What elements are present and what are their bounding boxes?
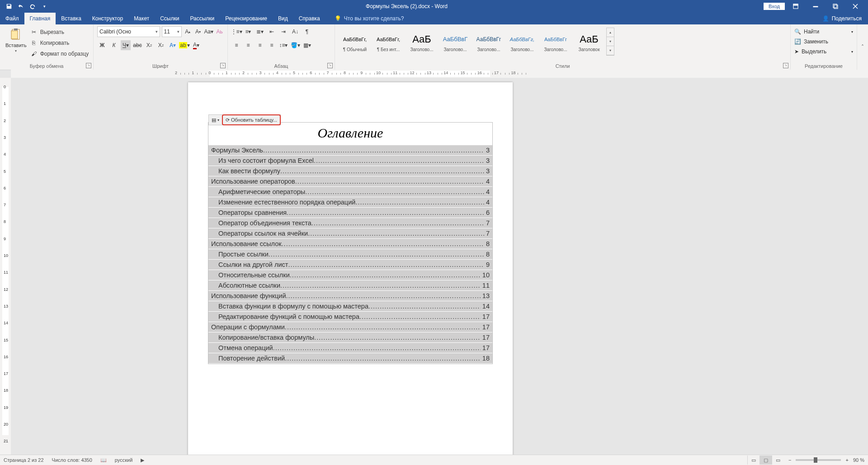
minimize-icon[interactable] [807, 0, 825, 13]
strikethrough-icon[interactable]: abc [132, 40, 142, 50]
style-item[interactable]: АаБбВвГг,Заголово... [506, 27, 538, 57]
collapse-ribbon-icon[interactable]: ˄ [857, 24, 868, 70]
toc-entry[interactable]: Оператор объединения текста.............… [208, 218, 492, 228]
toc-entry[interactable]: Ссылки на другой лист...................… [208, 260, 492, 270]
show-marks-icon[interactable]: ¶ [302, 27, 312, 37]
horizontal-ruler[interactable]: 210123456789101112131415161718 [11, 70, 868, 78]
toc-entry[interactable]: Операторы сравнения ....................… [208, 208, 492, 218]
tab-макет[interactable]: Макет [128, 13, 155, 24]
status-language[interactable]: русский [115, 457, 132, 463]
decrease-indent-icon[interactable]: ⇤ [267, 27, 277, 37]
close-icon[interactable] [846, 0, 864, 13]
zoom-in-icon[interactable]: + [845, 457, 848, 463]
shrink-font-icon[interactable]: A▾ [194, 27, 203, 37]
numbering-icon[interactable]: ≡▾ [243, 27, 253, 37]
styles-dialog-launcher[interactable]: ↘ [783, 63, 788, 68]
toc-entry[interactable]: Использование ссылок ...................… [208, 239, 492, 249]
vertical-ruler[interactable]: 0123456789101112131415161718192021 [0, 78, 11, 455]
toc-entry[interactable]: Использование функций ..................… [208, 291, 492, 301]
font-name-combo[interactable]: Calibri (Осно▾ [97, 26, 160, 37]
zoom-out-icon[interactable]: − [788, 457, 791, 463]
spellcheck-icon[interactable]: 📖 [100, 457, 107, 463]
tab-файл[interactable]: Файл [0, 13, 24, 24]
style-item[interactable]: АаБбВвГг,¶ Обычный [339, 27, 371, 57]
zoom-value[interactable]: 90 % [853, 457, 864, 463]
copy-button[interactable]: ⎘Копировать [30, 38, 89, 48]
italic-icon[interactable]: К [109, 40, 119, 50]
style-item[interactable]: АаБбВвГгЗаголово... [472, 27, 505, 57]
paste-button[interactable]: Вставить ▾ [4, 26, 28, 60]
print-layout-icon[interactable]: ▢ [760, 456, 772, 465]
sort-icon[interactable]: A↓ [290, 27, 300, 37]
align-center-icon[interactable]: ≡ [243, 40, 253, 50]
select-button[interactable]: ➤Выделить▾ [794, 47, 853, 56]
font-size-combo[interactable]: 11▾ [162, 26, 182, 37]
toc-entry[interactable]: Простые ссылки..........................… [208, 249, 492, 259]
macro-icon[interactable]: ▶ [141, 457, 144, 463]
replace-button[interactable]: 🔄Заменить [794, 37, 853, 46]
superscript-icon[interactable]: X2 [156, 40, 166, 50]
align-left-icon[interactable]: ≡ [231, 40, 241, 50]
borders-icon[interactable]: ▦▾ [302, 40, 312, 50]
toc-entry[interactable]: Как ввести формулу .....................… [208, 166, 492, 176]
grow-font-icon[interactable]: A▴ [184, 27, 192, 37]
tab-справка[interactable]: Справка [293, 13, 326, 24]
clipboard-dialog-launcher[interactable]: ↘ [86, 63, 91, 68]
zoom-slider[interactable] [796, 459, 841, 461]
subscript-icon[interactable]: X2 [144, 40, 154, 50]
tab-вставка[interactable]: Вставка [56, 13, 87, 24]
toc-entry[interactable]: Операции с формулами....................… [208, 322, 492, 332]
toc-entry[interactable]: Отмена операций.........................… [208, 343, 492, 353]
qat-customize-icon[interactable]: ▾ [39, 1, 50, 12]
toc-entry[interactable]: Абсолютные ссылки.......................… [208, 280, 492, 290]
toc-entry[interactable]: Редактирование функций с помощью мастера… [208, 312, 492, 322]
bullets-icon[interactable]: ⋮≡▾ [231, 27, 241, 37]
ribbon-display-icon[interactable] [787, 0, 805, 13]
tab-ссылки[interactable]: Ссылки [155, 13, 184, 24]
login-button[interactable]: Вход [764, 3, 785, 10]
justify-icon[interactable]: ≡ [267, 40, 277, 50]
toc-entry[interactable]: Вставка функции в формулу с помощью маст… [208, 301, 492, 311]
style-item[interactable]: АаБЗаголово... [406, 27, 438, 57]
increase-indent-icon[interactable]: ⇥ [278, 27, 288, 37]
tab-конструктор[interactable]: Конструктор [87, 13, 128, 24]
toc-entry[interactable]: Повторение действий ....................… [208, 353, 492, 363]
tab-рецензирование[interactable]: Рецензирование [220, 13, 273, 24]
toc-entry[interactable]: Формулы Эксель .........................… [208, 145, 492, 155]
font-dialog-launcher[interactable]: ↘ [220, 63, 226, 68]
style-item[interactable]: АаБбВвГЗаголово... [439, 27, 472, 57]
format-painter-button[interactable]: 🖌Формат по образцу [30, 49, 89, 59]
tab-вид[interactable]: Вид [273, 13, 293, 24]
underline-icon[interactable]: Ч▾ [121, 40, 131, 50]
tab-рассылки[interactable]: Рассылки [184, 13, 220, 24]
web-layout-icon[interactable]: ▭ [772, 456, 784, 465]
align-right-icon[interactable]: ≡ [255, 40, 265, 50]
toc-entry[interactable]: Операторы ссылок на ячейки..............… [208, 228, 492, 238]
toc-entry[interactable]: Из чего состоит формула Excel...........… [208, 156, 492, 166]
cut-button[interactable]: ✂Вырезать [30, 27, 89, 37]
tell-me[interactable]: 💡 Что вы хотите сделать? [335, 15, 404, 22]
highlight-icon[interactable]: ab▾ [179, 40, 189, 50]
text-effects-icon[interactable]: A▾ [168, 40, 178, 50]
styles-scroll[interactable]: ▴▾▾ [606, 28, 614, 56]
status-page[interactable]: Страница 2 из 22 [4, 457, 44, 463]
save-icon[interactable] [4, 1, 14, 12]
shading-icon[interactable]: 🪣▾ [290, 40, 300, 50]
bold-icon[interactable]: Ж [97, 40, 107, 50]
change-case-icon[interactable]: Aa▾ [204, 27, 213, 37]
line-spacing-icon[interactable]: ↕≡▾ [278, 40, 288, 50]
maximize-icon[interactable] [826, 0, 844, 13]
toc-entry[interactable]: Арифметические операторы................… [208, 187, 492, 197]
font-color-icon[interactable]: A▾ [191, 40, 201, 50]
status-words[interactable]: Число слов: 4350 [52, 457, 92, 463]
paragraph-dialog-launcher[interactable]: ↘ [327, 63, 333, 68]
toc-update-button[interactable]: ⟳Обновить таблицу... [222, 114, 281, 125]
find-button[interactable]: 🔍Найти▾ [794, 27, 853, 36]
tab-главная[interactable]: Главная [24, 13, 56, 24]
style-item[interactable]: АаБбВвГг,¶ Без инт... [372, 27, 405, 57]
toc-entry[interactable]: Относительные ссылки....................… [208, 270, 492, 280]
toc-entry[interactable]: Использование операторов ...............… [208, 176, 492, 186]
toc-entry[interactable]: Изменение естественного порядка операций… [208, 197, 492, 207]
document-area[interactable]: ▤▾ ⟳Обновить таблицу... Оглавление Форму… [11, 78, 868, 455]
toc-entry[interactable]: Копирование/вставка формулы ............… [208, 332, 492, 342]
